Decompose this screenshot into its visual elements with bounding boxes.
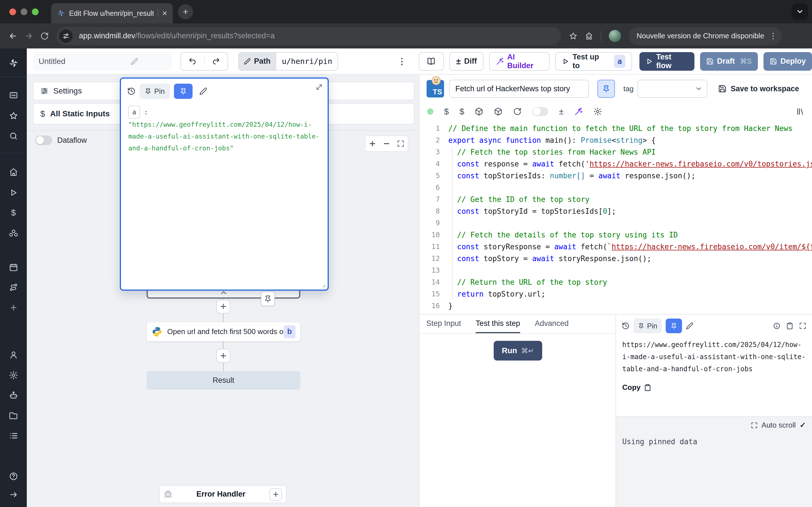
address-bar[interactable]: app.windmill.dev/flows/edit/u/henri/pin_… (56, 27, 561, 45)
error-handler-node[interactable]: Error Handler (159, 485, 287, 503)
window-controls[interactable] (9, 8, 39, 15)
code-line[interactable]: const topStoriesIds: number[] = await re… (448, 170, 812, 182)
flow-canvas[interactable]: Settings $ All Static Inputs Dataflow (27, 75, 419, 507)
windmill-logo[interactable] (8, 58, 19, 68)
edit-name-pencil-icon[interactable] (103, 58, 167, 65)
code-editor[interactable]: 12345678910111213141516 // Define the ma… (419, 120, 812, 314)
chrome-update-button[interactable]: Nouvelle version de Chrome disponible ⋮ (629, 27, 781, 45)
tab-close-icon[interactable]: × (162, 9, 167, 17)
sidebar-item-apps[interactable] (9, 91, 18, 100)
sidebar-item-variables[interactable]: $ (11, 208, 16, 217)
undo-button[interactable] (181, 57, 204, 65)
code-line[interactable]: // Get the ID of the top story (448, 193, 812, 205)
zoom-out-button[interactable] (379, 140, 394, 148)
history-icon[interactable] (127, 87, 136, 96)
sidebar-item-settings[interactable] (9, 371, 18, 380)
info-icon[interactable] (773, 322, 780, 330)
code-line[interactable]: // Fetch the top stories from Hacker New… (448, 146, 812, 158)
pinned-data-badge[interactable] (261, 291, 275, 306)
library-icon[interactable] (796, 107, 804, 116)
edit-pencil-icon[interactable] (686, 322, 693, 330)
sidebar-item-workers[interactable] (9, 391, 18, 400)
package-icon[interactable] (494, 107, 502, 116)
edit-pencil-icon[interactable] (199, 87, 207, 95)
result-node[interactable]: Result (147, 371, 300, 390)
sidebar-item-routes[interactable] (9, 283, 18, 292)
result-value[interactable]: https://www.geoffreylitt.com/2025/04/12/… (622, 339, 809, 375)
fullscreen-window-button[interactable] (32, 8, 39, 15)
ai-wand-icon[interactable] (574, 107, 583, 116)
auto-scroll-checkbox[interactable]: ✓ (800, 421, 806, 430)
forward-button[interactable] (21, 32, 37, 41)
tab-advanced[interactable]: Advanced (535, 315, 569, 333)
profile-avatar[interactable] (608, 30, 621, 43)
save-to-workspace-button[interactable]: Save to workspace (718, 84, 799, 93)
expand-sidebar-icon[interactable] (9, 490, 18, 499)
expand-popup-icon[interactable] (315, 83, 323, 91)
code-content[interactable]: // Define the main function to fetch the… (448, 122, 812, 314)
diff-icon[interactable]: ± (559, 107, 563, 116)
sidebar-item-favorites[interactable] (9, 111, 18, 120)
back-button[interactable] (5, 32, 21, 41)
sidebar-item-logs[interactable] (9, 431, 18, 440)
package-icon[interactable] (475, 107, 483, 116)
pin-active-button[interactable] (666, 319, 682, 333)
variables-icon[interactable]: $ (444, 107, 449, 116)
redo-button[interactable] (204, 57, 227, 65)
fit-view-button[interactable] (394, 140, 408, 147)
code-line[interactable]: const topStory = await storyResponse.jso… (448, 252, 812, 265)
sidebar-item-schedules[interactable] (9, 263, 18, 272)
code-line[interactable]: // Return the URL of the top story (448, 276, 812, 288)
tab-search-button[interactable] (792, 3, 808, 20)
search-icon[interactable] (9, 131, 18, 140)
tab-test-this-step[interactable]: Test this step (476, 315, 520, 333)
copy-button[interactable]: Copy (622, 383, 806, 392)
path-button[interactable]: Path u/henri/pin (238, 52, 338, 71)
code-line[interactable] (448, 217, 812, 229)
sidebar-item-resources[interactable] (9, 229, 18, 238)
more-options-icon[interactable]: ⋮ (398, 56, 406, 66)
extensions-icon[interactable] (585, 32, 593, 40)
code-line[interactable]: } (448, 300, 812, 312)
browser-menu-icon[interactable]: ⋮ (769, 31, 777, 41)
pin-toggle-button[interactable]: Pin (633, 319, 662, 333)
run-button[interactable]: Run ⌘↵ (494, 341, 542, 360)
code-line[interactable]: export async function main(): Promise<st… (448, 134, 812, 146)
add-step-button[interactable] (216, 349, 231, 363)
test-up-to-button[interactable]: Test up to a (555, 52, 632, 71)
flow-name-field[interactable]: Untitled (33, 52, 172, 71)
reload-button[interactable] (37, 32, 52, 40)
expand-logs-icon[interactable] (751, 422, 758, 429)
step-summary-input[interactable] (449, 80, 589, 98)
test-flow-button[interactable]: Test flow (640, 52, 695, 71)
code-line[interactable]: const response = await fetch('https://ha… (448, 158, 812, 170)
sidebar-item-add[interactable] (9, 303, 18, 312)
bookmark-star-icon[interactable] (569, 32, 577, 40)
tag-select[interactable] (638, 80, 707, 98)
code-line[interactable]: // Fetch the details of the top story us… (448, 229, 812, 241)
maximize-result-icon[interactable] (799, 322, 806, 330)
dataflow-toggle[interactable] (35, 135, 52, 145)
editor-toggle[interactable] (532, 107, 548, 116)
resources-icon[interactable]: $ (460, 107, 464, 116)
sidebar-item-users[interactable] (9, 350, 18, 359)
code-line[interactable]: const topStoryId = topStoriesIds[0]; (448, 205, 812, 217)
zoom-in-button[interactable] (365, 140, 379, 148)
tab-step-input[interactable]: Step Input (426, 315, 461, 333)
resize-handle[interactable] (320, 282, 326, 288)
code-line[interactable] (448, 182, 812, 193)
docs-book-button[interactable] (419, 52, 444, 71)
editor-settings-icon[interactable] (594, 107, 602, 116)
deploy-button[interactable]: Deploy (763, 52, 812, 71)
diff-button[interactable]: ± Diff (449, 52, 484, 71)
pin-step-button[interactable] (598, 80, 615, 98)
help-icon[interactable] (9, 472, 18, 481)
code-line[interactable]: // Define the main function to fetch the… (448, 122, 812, 134)
site-settings-icon[interactable] (59, 29, 73, 43)
reload-script-icon[interactable] (513, 107, 522, 116)
copy-result-icon[interactable] (786, 322, 794, 330)
flow-step-b-node[interactable]: Open url and fetch first 500 words of ..… (147, 322, 300, 341)
close-window-button[interactable] (9, 8, 16, 15)
pinned-json-value[interactable]: a : "https://www.geoffreylitt.com/2025/0… (121, 102, 327, 154)
ai-builder-button[interactable]: AI Builder (489, 52, 550, 71)
